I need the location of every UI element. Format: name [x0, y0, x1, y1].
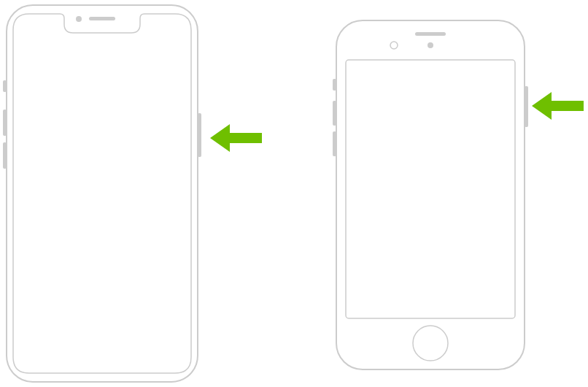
earpiece-speaker [415, 32, 446, 36]
home-button [413, 326, 448, 361]
phone-home-button [333, 19, 528, 371]
phone-screen [13, 14, 191, 373]
arrow-icon [532, 92, 584, 120]
arrow-left-phone [202, 120, 268, 156]
front-camera [76, 16, 82, 22]
sensor [428, 42, 433, 48]
phone-notch [3, 4, 201, 383]
phone-screen [346, 60, 515, 318]
earpiece-speaker [89, 17, 115, 20]
arrow-icon [210, 124, 262, 152]
arrow-right-phone [525, 88, 588, 124]
diagram-canvas [0, 0, 588, 387]
